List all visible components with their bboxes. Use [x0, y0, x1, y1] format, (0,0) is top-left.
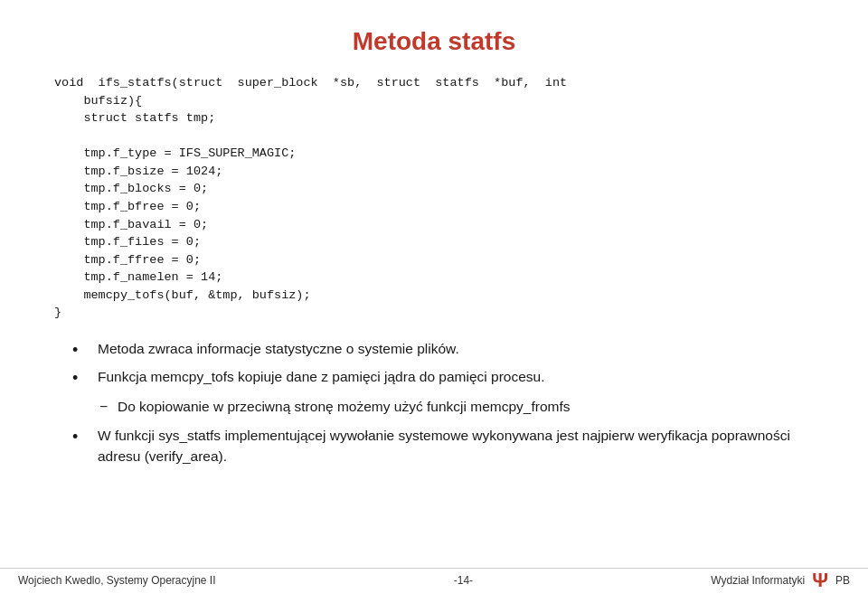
footer: Wojciech Kwedlo, Systemy Operacyjne II -…: [0, 568, 868, 592]
footer-center: -14-: [454, 574, 473, 587]
list-item-1: Metoda zwraca informacje statystyczne o …: [72, 338, 814, 359]
footer-left: Wojciech Kwedlo, Systemy Operacyjne II: [18, 574, 216, 587]
footer-right-text: Wydział Informatyki: [711, 574, 805, 587]
sub-list-item-1: Do kopiowanie w przeciwną stronę możemy …: [99, 396, 814, 417]
sub-bullet-list: Do kopiowanie w przeciwną stronę możemy …: [99, 396, 814, 417]
slide-container: Metoda statfs void ifs_statfs(struct sup…: [0, 0, 868, 603]
slide-title: Metoda statfs: [54, 27, 814, 56]
list-item-3: W funkcji sys_statfs implementującej wyw…: [72, 425, 814, 467]
list-item-2: Funkcja memcpy_tofs kopiuje dane z pamię…: [72, 366, 814, 387]
footer-right: Wydział Informatyki Ψ PB: [711, 569, 850, 592]
code-block: void ifs_statfs(struct super_block *sb, …: [54, 74, 814, 322]
logo-icon: Ψ: [812, 569, 828, 592]
footer-brand: PB: [835, 574, 850, 587]
bullet-list: Metoda zwraca informacje statystyczne o …: [72, 338, 814, 388]
bullet-list-2: W funkcji sys_statfs implementującej wyw…: [72, 425, 814, 467]
